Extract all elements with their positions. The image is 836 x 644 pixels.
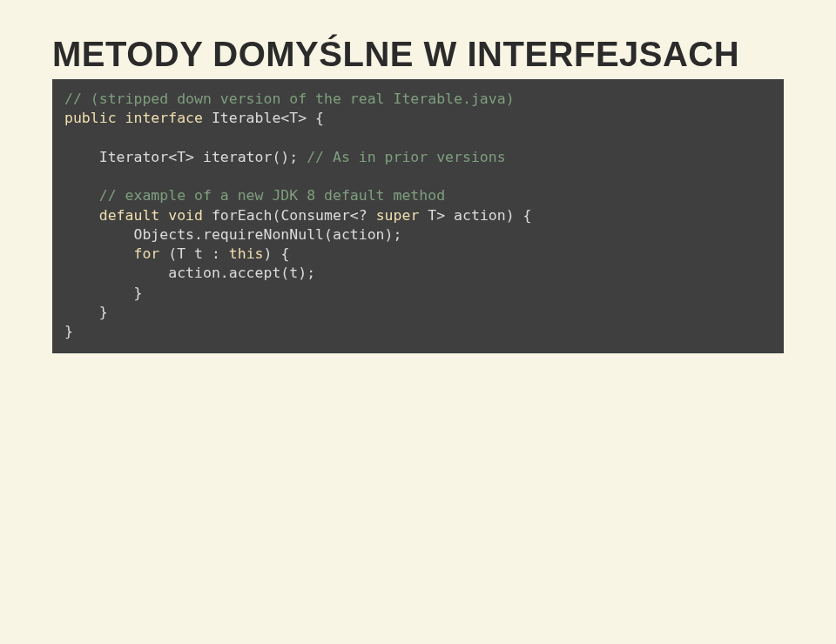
code-text: } <box>64 285 142 301</box>
kw-void: void <box>168 207 203 224</box>
code-text <box>159 207 168 224</box>
code-block: // (stripped down version of the real It… <box>52 79 784 353</box>
kw-default: default <box>99 207 160 224</box>
code-text: } <box>64 304 108 320</box>
code-text <box>117 110 125 126</box>
code-comment: // example of a new JDK 8 default method <box>64 187 445 204</box>
kw-this: this <box>229 245 264 262</box>
code-comment: // (stripped down version of the real It… <box>64 91 515 107</box>
code-text: T> action) { <box>419 207 531 224</box>
code-text: } <box>64 323 73 339</box>
code-text <box>64 245 133 262</box>
code-text: Iterator<T> iterator(); <box>64 149 307 165</box>
slide-title: METODY DOMYŚLNE W INTERFEJSACH <box>52 35 784 74</box>
code-text: ) { <box>264 245 290 262</box>
code-text: forEach(Consumer<? <box>203 207 376 224</box>
kw-public: public <box>64 110 117 126</box>
code-text: Objects.requireNonNull(action); <box>64 226 401 243</box>
code-text: (T t : <box>159 245 228 262</box>
code-text <box>64 207 99 224</box>
code-text: action.accept(t); <box>64 265 315 281</box>
code-comment: // As in prior versions <box>307 149 505 165</box>
kw-interface: interface <box>125 110 203 126</box>
kw-for: for <box>133 245 159 262</box>
kw-super: super <box>376 207 420 224</box>
code-text: Iterable<T> { <box>203 110 324 126</box>
